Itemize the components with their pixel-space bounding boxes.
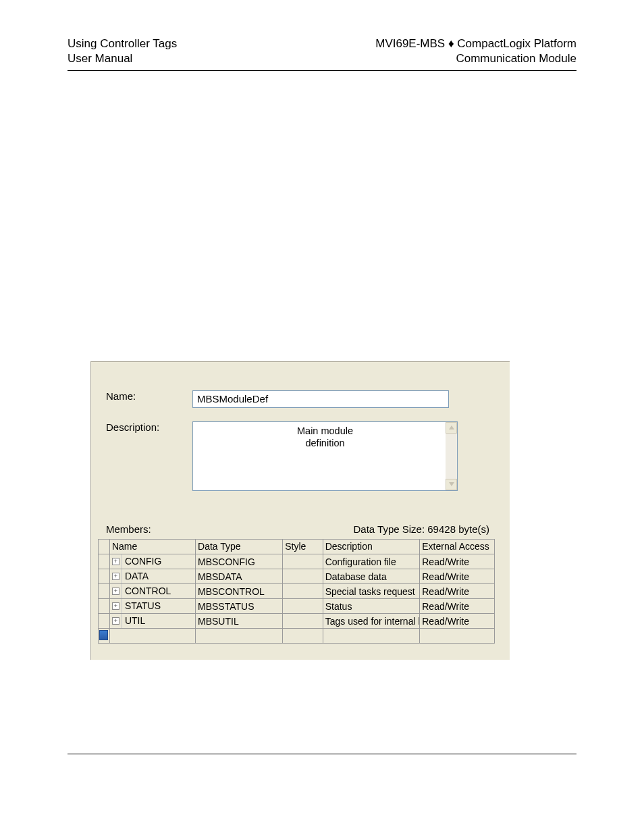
header-divider (68, 70, 576, 71)
new-row-icon[interactable] (99, 630, 108, 640)
grid-header-external-access[interactable]: External Access (420, 540, 495, 554)
cell-style[interactable] (283, 554, 323, 569)
data-type-panel: Name: Description: Main moduledefinition (90, 361, 510, 660)
grid-header-row: Name Data Type Style Description Externa… (99, 540, 495, 554)
svg-marker-0 (449, 425, 454, 429)
expand-icon[interactable]: + (112, 588, 119, 595)
grid-header-name[interactable]: Name (109, 540, 195, 554)
header-right-line1: MVI69E-MBS ♦ CompactLogix Platform (375, 36, 576, 51)
cell-description[interactable]: Tags used for internal l (323, 614, 420, 629)
empty-cell[interactable] (196, 629, 283, 644)
table-row[interactable]: +CONFIGMBSCONFIGConfiguration fileRead/W… (99, 554, 495, 569)
cell-name-text: CONTROL (122, 584, 195, 598)
cell-style[interactable] (283, 584, 323, 599)
header-right-line2: Communication Module (375, 51, 576, 66)
table-row[interactable]: +DATAMBSDATADatabase dataRead/Write (99, 569, 495, 584)
data-type-size-label: Data Type Size: 69428 byte(s) (353, 523, 489, 535)
scroll-up-button[interactable] (446, 422, 457, 434)
cell-name-text: CONFIG (122, 554, 195, 569)
empty-cell[interactable] (420, 629, 495, 644)
cell-name[interactable]: +CONFIG (109, 554, 195, 569)
cell-style[interactable] (283, 599, 323, 614)
description-label: Description: (106, 421, 192, 433)
cell-style[interactable] (283, 614, 323, 629)
cell-name-text: STATUS (122, 599, 195, 613)
row-gutter (99, 584, 109, 599)
cell-name[interactable]: +STATUS (109, 599, 195, 614)
header-left-line2: User Manual (68, 51, 177, 66)
grid-header-gutter (99, 540, 109, 554)
table-row[interactable]: +UTILMBSUTILTags used for internal lRead… (99, 614, 495, 629)
header-left-line1: Using Controller Tags (68, 36, 177, 51)
cell-external-access[interactable]: Read/Write (420, 584, 495, 599)
cell-data-type[interactable]: MBSDATA (196, 569, 283, 584)
cell-external-access[interactable]: Read/Write (420, 554, 495, 569)
cell-name[interactable]: +UTIL (109, 614, 195, 629)
empty-cell[interactable] (283, 629, 323, 644)
row-gutter (99, 614, 109, 629)
cell-external-access[interactable]: Read/Write (420, 614, 495, 629)
description-text: Main moduledefinition (193, 422, 457, 450)
header-right: MVI69E-MBS ♦ CompactLogix Platform Commu… (375, 36, 576, 66)
expand-icon[interactable]: + (112, 617, 119, 625)
footer-divider (68, 754, 576, 754)
table-row[interactable]: +CONTROLMBSCONTROLSpecial tasks requestR… (99, 584, 495, 599)
cell-data-type[interactable]: MBSUTIL (196, 614, 283, 629)
members-label: Members: (106, 523, 151, 535)
row-gutter (99, 569, 109, 584)
cell-description[interactable]: Configuration file (323, 554, 420, 569)
empty-cell[interactable] (323, 629, 420, 644)
name-label: Name: (106, 390, 192, 402)
cell-external-access[interactable]: Read/Write (420, 599, 495, 614)
name-input[interactable] (192, 390, 449, 408)
row-gutter (99, 554, 109, 569)
description-scrollbar[interactable] (446, 422, 457, 490)
cell-data-type[interactable]: MBSSTATUS (196, 599, 283, 614)
cell-description[interactable]: Status (323, 599, 420, 614)
members-grid: Name Data Type Style Description Externa… (98, 539, 495, 644)
cell-name-text: UTIL (122, 614, 195, 628)
empty-cell[interactable] (109, 629, 195, 644)
cell-description[interactable]: Special tasks request (323, 584, 420, 599)
grid-header-style[interactable]: Style (283, 540, 323, 554)
cell-external-access[interactable]: Read/Write (420, 569, 495, 584)
cell-name[interactable]: +CONTROL (109, 584, 195, 599)
cell-name[interactable]: +DATA (109, 569, 195, 584)
cell-description[interactable]: Database data (323, 569, 420, 584)
grid-header-data-type[interactable]: Data Type (196, 540, 283, 554)
table-row[interactable]: +STATUSMBSSTATUSStatusRead/Write (99, 599, 495, 614)
table-row-empty[interactable] (99, 629, 495, 644)
chevron-down-icon (449, 482, 454, 486)
cell-data-type[interactable]: MBSCONTROL (196, 584, 283, 599)
cell-style[interactable] (283, 569, 323, 584)
page-header: Using Controller Tags User Manual MVI69E… (68, 36, 576, 66)
expand-icon[interactable]: + (112, 602, 119, 610)
scroll-down-button[interactable] (446, 479, 457, 490)
row-gutter (99, 599, 109, 614)
cell-data-type[interactable]: MBSCONFIG (196, 554, 283, 569)
svg-marker-1 (449, 482, 454, 486)
chevron-up-icon (449, 425, 454, 429)
expand-icon[interactable]: + (112, 573, 119, 580)
cell-name-text: DATA (122, 569, 195, 583)
expand-icon[interactable]: + (112, 558, 119, 565)
row-gutter (99, 629, 109, 644)
description-textarea[interactable]: Main moduledefinition (192, 421, 458, 491)
grid-header-description[interactable]: Description (323, 540, 420, 554)
header-left: Using Controller Tags User Manual (68, 36, 177, 66)
